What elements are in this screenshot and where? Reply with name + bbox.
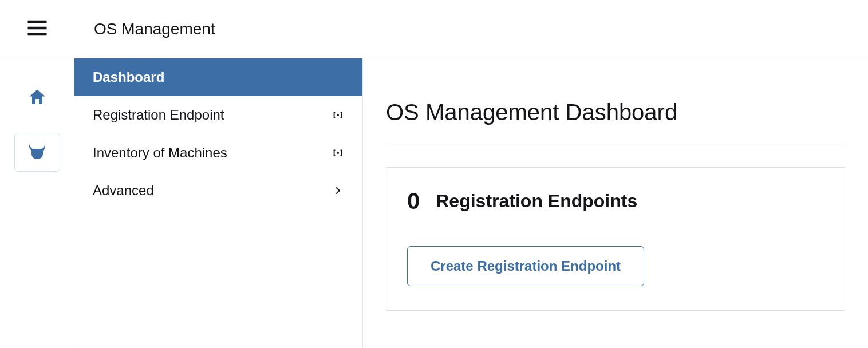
- svg-rect-3: [337, 114, 339, 116]
- header-title: OS Management: [74, 20, 215, 38]
- page-title: OS Management Dashboard: [386, 100, 845, 144]
- main-content: OS Management Dashboard 0 Registration E…: [363, 58, 868, 348]
- sidebar-item-advanced[interactable]: Advanced: [74, 172, 362, 209]
- sidebar-item-label: Inventory of Machines: [93, 145, 227, 161]
- header: OS Management: [0, 0, 868, 58]
- svg-rect-4: [337, 152, 339, 154]
- rancher-button[interactable]: [14, 133, 60, 172]
- icon-rail: [0, 58, 74, 348]
- bracket-icon: [332, 147, 344, 159]
- bracket-icon: [332, 109, 344, 121]
- chevron-right-icon: [332, 184, 344, 197]
- home-icon: [27, 87, 48, 110]
- sidebar-item-registration-endpoint[interactable]: Registration Endpoint: [74, 96, 362, 134]
- sidebar-item-label: Registration Endpoint: [93, 107, 224, 123]
- hamburger-icon: [25, 15, 50, 43]
- home-button[interactable]: [26, 87, 49, 110]
- sidebar-item-label: Advanced: [93, 183, 154, 199]
- hamburger-menu-button[interactable]: [0, 0, 74, 58]
- sidebar-item-label: Dashboard: [93, 69, 164, 85]
- create-registration-endpoint-button[interactable]: Create Registration Endpoint: [407, 246, 644, 286]
- card-header: 0 Registration Endpoints: [407, 188, 824, 214]
- registration-endpoints-card: 0 Registration Endpoints Create Registra…: [386, 167, 845, 311]
- sidebar-item-dashboard[interactable]: Dashboard: [74, 58, 362, 96]
- sidebar: Dashboard Registration Endpoint Inventor…: [74, 58, 363, 348]
- bull-icon: [26, 142, 49, 163]
- sidebar-item-inventory-of-machines[interactable]: Inventory of Machines: [74, 134, 362, 172]
- card-count: 0: [407, 188, 420, 214]
- card-title: Registration Endpoints: [436, 191, 637, 212]
